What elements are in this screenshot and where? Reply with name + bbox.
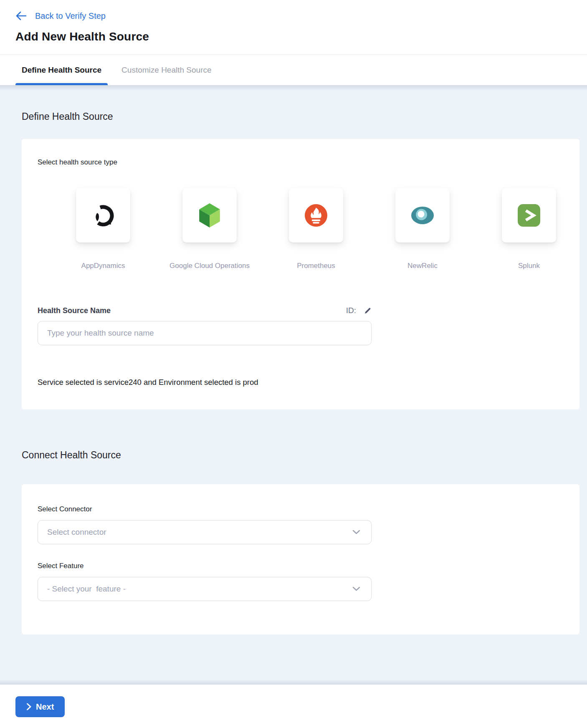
- google-cloud-operations-tile[interactable]: [182, 188, 237, 243]
- tab-define-label: Define Health Source: [22, 66, 101, 75]
- appdynamics-tile[interactable]: [76, 188, 130, 243]
- select-source-type-label: Select health source type: [38, 158, 564, 167]
- connector-select-placeholder: Select connector: [47, 528, 106, 537]
- source-option-prometheus: Prometheus: [289, 188, 343, 270]
- main-content: Define Health Source Select health sourc…: [0, 85, 587, 685]
- connect-section-heading: Connect Health Source: [22, 450, 579, 461]
- source-label: NewRelic: [407, 262, 438, 270]
- define-section-heading: Define Health Source: [22, 85, 579, 122]
- source-label: AppDynamics: [81, 262, 125, 270]
- service-environment-note: Service selected is service240 and Envir…: [38, 378, 564, 387]
- page-header: Back to Verify Step Add New Health Sourc…: [0, 0, 587, 55]
- source-option-newrelic: NewRelic: [395, 188, 450, 270]
- select-feature-label: Select Feature: [38, 562, 564, 570]
- newrelic-tile[interactable]: [395, 188, 450, 243]
- id-label: ID:: [346, 306, 356, 315]
- chevron-down-icon: [352, 586, 360, 592]
- feature-select-placeholder: - Select your feature -: [47, 584, 126, 594]
- source-label: Splunk: [518, 262, 540, 270]
- chevron-right-icon: [26, 703, 31, 710]
- newrelic-icon: [410, 206, 435, 225]
- next-button[interactable]: Next: [15, 696, 65, 717]
- tab-bar: Define Health Source Customize Health So…: [0, 55, 587, 85]
- source-option-appdynamics: AppDynamics: [76, 188, 130, 270]
- splunk-icon: [518, 204, 540, 227]
- google-cloud-operations-icon: [198, 202, 221, 228]
- tab-define-health-source[interactable]: Define Health Source: [22, 55, 101, 85]
- health-source-name-input[interactable]: [38, 321, 372, 345]
- back-link-label: Back to Verify Step: [35, 11, 106, 21]
- tab-customize-label: Customize Health Source: [121, 66, 211, 75]
- connect-health-source-panel: Select Connector Select connector Select…: [22, 484, 579, 634]
- define-health-source-panel: Select health source type AppDynamics: [22, 139, 579, 410]
- health-source-name-row: Health Source Name ID:: [38, 306, 372, 315]
- health-source-name-label: Health Source Name: [38, 306, 111, 315]
- source-label: Prometheus: [297, 262, 335, 270]
- tab-customize-health-source[interactable]: Customize Health Source: [121, 55, 211, 85]
- prometheus-tile[interactable]: [289, 188, 343, 243]
- splunk-tile[interactable]: [502, 188, 556, 243]
- connector-select-group: Select Connector Select connector: [38, 505, 564, 544]
- back-arrow-icon: [15, 11, 27, 21]
- select-connector-label: Select Connector: [38, 505, 564, 513]
- source-option-splunk: Splunk: [502, 188, 556, 270]
- connector-select[interactable]: Select connector: [38, 520, 372, 544]
- page-title: Add New Health Source: [15, 30, 587, 43]
- health-source-type-row: AppDynamics Google Cloud Operations: [76, 188, 564, 270]
- feature-select-group: Select Feature - Select your feature -: [38, 562, 564, 601]
- next-button-label: Next: [36, 702, 54, 712]
- edit-id-pencil-icon[interactable]: [364, 307, 372, 315]
- appdynamics-icon: [91, 204, 115, 227]
- source-option-google-cloud-operations: Google Cloud Operations: [182, 188, 237, 270]
- feature-select[interactable]: - Select your feature -: [38, 577, 372, 601]
- back-to-verify-step-link[interactable]: Back to Verify Step: [15, 11, 106, 21]
- id-wrap: ID:: [346, 306, 372, 315]
- footer-bar: Next: [0, 685, 587, 728]
- chevron-down-icon: [352, 530, 360, 535]
- prometheus-icon: [305, 204, 327, 227]
- source-label: Google Cloud Operations: [170, 262, 250, 270]
